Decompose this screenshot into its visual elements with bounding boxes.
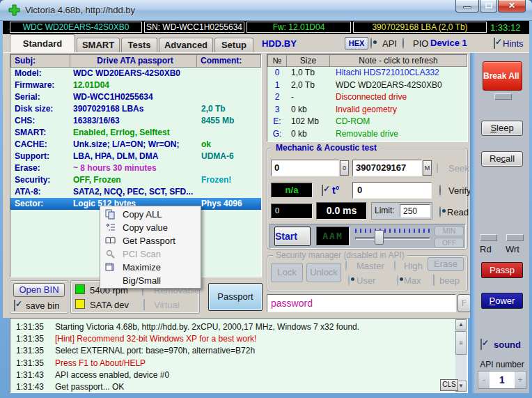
list-item[interactable]: E:102 MbCD-ROM (267, 116, 467, 128)
limit-label: Limit: (375, 206, 395, 215)
save-bin-label: save bin (26, 300, 59, 311)
end-lba-max-button[interactable]: M (423, 160, 432, 176)
end-lba-input[interactable]: 3907029167 (352, 160, 422, 176)
password-f-button[interactable]: F (457, 294, 471, 312)
app-icon (8, 4, 20, 16)
master-radio[interactable] (345, 260, 347, 271)
maximize-button[interactable] (480, 0, 497, 13)
power-button[interactable]: Power (481, 293, 523, 309)
api-number-value: 1 (490, 372, 515, 388)
menu-item-copy-all[interactable]: Copy ALL (100, 208, 201, 221)
minimize-button[interactable] (455, 0, 479, 13)
title-bar[interactable]: Victoria 4.68b, http://hdd.by ✕ (0, 0, 532, 21)
recall-button[interactable]: Recall (481, 151, 523, 167)
temperature-checkbox-label: t° (332, 185, 339, 196)
table-row[interactable]: ATA-8:SATA2, NCQ, PEC, SCT, SFD... (10, 186, 261, 198)
list-item[interactable]: G:0 kbRemovable drive (267, 128, 467, 141)
aam-slider-thumb[interactable] (375, 230, 384, 245)
beep-checkbox[interactable] (433, 275, 435, 286)
lock-button[interactable]: Lock (271, 263, 303, 282)
list-item[interactable]: 30 kbInvalid geometry (267, 104, 467, 116)
password-input[interactable]: password (267, 294, 456, 312)
seek-radio[interactable] (437, 162, 438, 174)
book-icon (105, 236, 116, 246)
table-row[interactable]: SMART:Enabled, Errlog, Selftest (10, 127, 261, 139)
max-radio[interactable] (397, 275, 398, 286)
menu-item-copy-value[interactable]: Copy value (100, 221, 201, 234)
table-row[interactable]: Firmware:12.01D04 (10, 79, 261, 91)
read-radio[interactable] (439, 206, 441, 217)
scroll-down-icon: ▼ (458, 383, 464, 389)
unlock-button[interactable]: Unlock (306, 263, 341, 282)
table-row[interactable]: Security:OFF, FrozenFrozen! (10, 174, 261, 186)
sound-checkbox[interactable] (480, 339, 482, 350)
table-row[interactable]: Erase:~ 8 hours 30 minutes (10, 162, 261, 174)
table-row[interactable]: Disk size:3907029168 LBAs2,0 Tb (10, 103, 261, 115)
start-lba-input[interactable]: 0 (271, 160, 339, 176)
aam-off-button[interactable]: OFF (435, 238, 464, 248)
clear-log-button[interactable]: CLS (440, 379, 458, 391)
read-indicator-label: Rd (480, 244, 492, 254)
virtual-checkbox[interactable] (143, 299, 145, 310)
sleep-button[interactable]: Sleep (481, 121, 523, 136)
write-indicator (506, 234, 524, 241)
tab-standard[interactable]: Standard (10, 34, 75, 52)
verify-radio[interactable] (439, 185, 441, 196)
table-row[interactable]: Support:LBA, HPA, DLM, DMAUDMA-6 (10, 151, 261, 162)
table-row[interactable]: Model:WDC WD20EARS-42S0XB0 (10, 68, 261, 79)
drive-list: № Size Note - click to refresh 01,0 TbHi… (267, 54, 468, 142)
start-button[interactable]: Start (274, 227, 311, 246)
hints-checkbox[interactable] (494, 38, 495, 49)
tab-tests[interactable]: Tests (121, 38, 157, 52)
list-item[interactable]: 12,0 TbWDC WD20EARS-42S0XB0 (267, 79, 467, 92)
list-item[interactable]: 2-Disconnected drive (267, 91, 467, 104)
mechanic-test-group: Mechanic & Acoustic test 0 0 3907029167 … (267, 148, 468, 250)
menu-item-pci-scan[interactable]: PCI Scan (100, 247, 201, 261)
passp-button[interactable]: Passp (481, 262, 523, 278)
passport-header-title: Drive ATA passport (70, 54, 197, 68)
aam-slider-track[interactable] (355, 237, 430, 240)
magnifier-icon (105, 249, 116, 259)
tab-smart[interactable]: SMART (77, 38, 120, 52)
open-bin-button[interactable]: Open BIN (13, 283, 65, 297)
master-radio-label: Master (357, 261, 384, 271)
table-row[interactable]: CACHE:Unk.size; L/A=ON; Wr=ON;ok (10, 139, 261, 151)
close-button[interactable]: ✕ (498, 0, 526, 13)
passport-button[interactable]: Passport (208, 283, 263, 311)
info-firmware: Fw: 12.01D04 (247, 22, 351, 33)
start-lba-zero-button[interactable]: 0 (340, 160, 349, 176)
menu-item-big-small[interactable]: Big/Small (100, 274, 201, 287)
erase-button[interactable]: Erase (428, 257, 464, 271)
drive-list-header[interactable]: № Size Note - click to refresh (267, 54, 467, 67)
tab-bar: Standard SMART Tests Advanced Setup HDD.… (3, 34, 529, 53)
api-number-increment[interactable]: + (515, 372, 526, 388)
write-indicator-label: Wrt (506, 244, 519, 254)
read-radio-label: Read (447, 207, 469, 217)
table-row[interactable]: Serial:WD-WCC1H0255634 (10, 91, 261, 103)
drive-list-header-note: Note - click to refresh (330, 54, 467, 67)
site-label: HDD.BY (262, 38, 297, 49)
scroll-up-button[interactable]: ▲ (455, 319, 467, 330)
user-radio[interactable] (348, 275, 350, 286)
limit-input[interactable]: 250 (400, 204, 430, 217)
list-item[interactable]: 01,0 TbHitachi HDS721010CLA332 (267, 67, 467, 79)
table-row[interactable]: CHS:16383/16/638455 Mb (10, 115, 261, 127)
temperature-checkbox[interactable] (322, 185, 323, 196)
hex-button[interactable]: HEX (345, 37, 368, 49)
menu-item-get-passport[interactable]: Get Passport (100, 234, 201, 247)
menu-item-maximize[interactable]: Maximize (100, 261, 201, 274)
log-line: 1:31:35Select EXTERNAL port: base=970h, … (10, 345, 467, 357)
api-radio[interactable] (370, 38, 372, 49)
pio-radio-label: PIO (413, 38, 428, 49)
aam-min-button[interactable]: MIN (435, 226, 464, 236)
sata-label: SATA dev (90, 300, 129, 310)
tab-advanced[interactable]: Advanced (159, 38, 213, 52)
api-number-decrement[interactable]: - (478, 372, 490, 388)
tab-setup[interactable]: Setup (214, 38, 253, 52)
pio-radio[interactable] (402, 38, 404, 49)
scrollbar-thumb[interactable]: ≡ (455, 331, 467, 355)
save-bin-checkbox[interactable] (14, 300, 15, 311)
temperature-input[interactable]: 0 (352, 182, 432, 199)
break-all-button[interactable]: Break All (483, 61, 522, 91)
high-radio[interactable] (394, 260, 396, 271)
